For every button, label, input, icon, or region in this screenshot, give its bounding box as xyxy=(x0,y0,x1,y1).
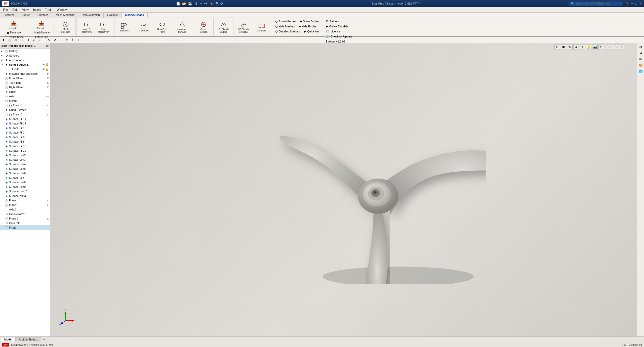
select-icon[interactable]: ↖ xyxy=(210,2,214,6)
redo-icon[interactable]: ↪ xyxy=(204,2,207,6)
qa-plus-icon[interactable]: + xyxy=(76,37,81,42)
tree-item-surface-loft2[interactable]: ▶ ◈ Surface-Loft2 xyxy=(0,153,50,157)
search-bar[interactable]: 🔍 xyxy=(569,2,623,6)
online-tutorials-button[interactable]: ▶ Online Tutorials xyxy=(325,24,353,29)
add-tab-icon[interactable]: + xyxy=(42,337,47,341)
tree-item-origin[interactable]: ▶ ✛ Origin — xyxy=(0,90,50,94)
tree-item-history[interactable]: ▶ 🕐 History xyxy=(0,49,50,53)
menu-edit[interactable]: Edit xyxy=(10,8,20,12)
automatic-surface-button[interactable]: Automatic Surface xyxy=(175,20,190,34)
tree-item-surface-knit3[interactable]: ▶ ◈ Surface-Knit3 xyxy=(0,194,50,198)
tree-item-sketch1[interactable]: ▶ □ (-) Sketch1 □ xyxy=(0,103,50,108)
expand-solid-bodies-icon[interactable]: ▼ xyxy=(1,63,4,66)
tab-motion-study1[interactable]: Motion Study 1 xyxy=(16,337,41,341)
fit-surface-button[interactable]: Fit Surface xyxy=(136,22,150,33)
menu-view[interactable]: View xyxy=(20,8,31,12)
viewport[interactable]: ⊙ ◼ 👁 ◈ ☀ 💡 📷 ✂ ⤢ ⤡ ✕ xyxy=(50,43,637,336)
minimize-btn[interactable]: − xyxy=(631,2,633,6)
plane-vis-icon[interactable]: □ xyxy=(47,199,49,202)
menu-tools[interactable]: Tools xyxy=(43,8,54,12)
settings-button[interactable]: ⚙ Settings xyxy=(325,19,353,24)
tree-item-surface-loft3[interactable]: ▶ ◈ Surface-Loft3 xyxy=(0,157,50,162)
tree-item-plane1b[interactable]: ▶ ⬜ Plane 1 □ xyxy=(0,216,50,221)
hide-bodies-button[interactable]: ■ Hide Bodies xyxy=(298,24,318,29)
qa-hex-icon[interactable]: ⬡ xyxy=(19,37,24,42)
vp-lighting-btn[interactable]: 💡 xyxy=(586,44,591,50)
tree-item-surface-loft9[interactable]: ▶ ◈ Surface-Loft9 xyxy=(0,185,50,189)
tree-item-surface-fill11[interactable]: ▶ ◈ Surface-Fill11 xyxy=(0,117,50,121)
open-file-icon[interactable]: 📂 xyxy=(182,2,186,6)
expand-sensors-icon[interactable]: ▶ xyxy=(1,54,4,57)
vp-expand-btn[interactable]: ⤢ xyxy=(607,44,612,50)
help-icon[interactable]: ❓ xyxy=(625,2,629,6)
3d-sketch-button[interactable]: 3D 3D Sketch on Scan xyxy=(236,20,251,34)
plane1b-vis-icon[interactable]: □ xyxy=(47,217,49,220)
vp-edit-appearance-btn[interactable]: ◈ xyxy=(573,44,579,50)
undo-icon[interactable]: ↩ xyxy=(199,2,202,6)
sidebar-expand-icon[interactable]: ⊞ xyxy=(46,44,49,48)
align-by-ref-button[interactable]: Align By Reference xyxy=(80,20,95,34)
tree-item-solid-bodies[interactable]: ▼ ■ Solid Bodies(1) 👁 🔒 xyxy=(0,62,50,67)
tree-item-surface-loft5[interactable]: ▶ ◈ Surface-Loft5 xyxy=(0,166,50,171)
top-plane-vis-icon[interactable]: □ xyxy=(47,81,49,84)
tab-surfaces[interactable]: Surfaces xyxy=(34,13,52,18)
tree-item-surface-fill6[interactable]: ▶ ◈ Surface-Fill6 xyxy=(0,135,50,139)
tree-item-surface-loft4[interactable]: ▶ ◈ Surface-Loft4 xyxy=(0,162,50,166)
tree-item-right-plane[interactable]: ▶ ⬜ Right Plane □ xyxy=(0,85,50,90)
vp-close-btn[interactable]: ✕ xyxy=(619,44,624,50)
qa-x-icon[interactable]: ✕ xyxy=(46,37,51,42)
tree-item-surface-fill1[interactable]: ▶ ◈ Surface-Fill1 xyxy=(0,126,50,130)
vp-scene-btn[interactable]: ☀ xyxy=(580,44,585,50)
qa-select-all-icon[interactable]: ⬜ xyxy=(7,37,12,42)
tree-item-surface-loft8[interactable]: ▶ ◈ Surface-Loft8 xyxy=(0,180,50,185)
tab-features[interactable]: Features xyxy=(0,13,18,18)
close-btn[interactable]: ✕ xyxy=(639,2,642,6)
tree-item-surface-loft7[interactable]: ▶ ◈ Surface-Loft7 xyxy=(0,176,50,180)
cross-section-button[interactable]: Cross-Section xyxy=(196,20,211,34)
tree-item-sketch2[interactable]: ▶ □ (-) Sketch2 □ xyxy=(0,112,50,117)
qa-grid-icon[interactable]: ⊞ xyxy=(13,37,18,42)
tree-item-front-plane[interactable]: ▶ ⬜ Front Plane □ xyxy=(0,76,50,80)
tab-evaluate[interactable]: Evaluate xyxy=(104,13,122,18)
vp-hide-show-btn[interactable]: 👁 xyxy=(567,44,573,50)
qa-rotate-icon[interactable]: ↺ xyxy=(52,37,57,42)
compare-button[interactable]: Compare xyxy=(256,22,268,33)
qa-arrow-icon[interactable]: → xyxy=(58,37,63,42)
vp-section-view-btn[interactable]: ✂ xyxy=(598,44,604,50)
sketch2-vis-icon[interactable]: □ xyxy=(47,113,49,116)
new-free-form-button[interactable]: New Free Form xyxy=(155,20,170,34)
tree-item-fillet1b[interactable]: ▶ ⌒ Fillet1 xyxy=(0,225,50,230)
zoom-icon[interactable]: 🔍 xyxy=(215,2,219,6)
align-interactive-button[interactable]: Align Interactively xyxy=(96,20,111,34)
qa-chevron-left-icon[interactable]: ‹ xyxy=(37,37,42,42)
menu-insert[interactable]: Insert xyxy=(31,8,43,12)
hide-meshes-button[interactable]: ⬡ Hide Meshes xyxy=(274,24,296,29)
right-plane-vis-icon[interactable]: □ xyxy=(47,86,49,89)
show-meshes-button[interactable]: ⬡ Show Meshes xyxy=(274,19,297,24)
tree-item-material[interactable]: ▶ ◈ Material <not specified> ▶ xyxy=(0,71,50,76)
tree-item-annotations[interactable]: ▶ A Annotations xyxy=(0,58,50,62)
qa-lasso-icon[interactable]: ◎ xyxy=(31,37,36,42)
tab-mesh-modeling[interactable]: Mesh Modeling xyxy=(52,13,78,18)
tab-data-migration[interactable]: Data Migration xyxy=(78,13,104,18)
tree-item-sensors[interactable]: ▶ ⊙ Sensors xyxy=(0,53,50,58)
new-file-icon[interactable]: 📄 xyxy=(176,2,180,6)
tree-item-axis2[interactable]: ▶ — Axis2 — xyxy=(0,207,50,212)
qa-circle-icon[interactable]: ⊙ xyxy=(25,37,30,42)
license-button[interactable]: 📋 License xyxy=(325,29,353,34)
menu-window[interactable]: Window xyxy=(55,8,70,12)
search-input[interactable] xyxy=(576,2,621,5)
tree-item-surface-fill12[interactable]: ▶ ◈ Surface-Fill12 xyxy=(0,121,50,126)
tree-item-surface-fill8[interactable]: ▶ ◈ Surface-Fill8 xyxy=(0,139,50,144)
decimate-button[interactable]: ◼ Decimate xyxy=(6,30,22,35)
tree-item-fillet1[interactable]: ▶ ⌒ Fillet1 👁 🔒 xyxy=(3,67,50,71)
vp-camera-btn[interactable]: 📷 xyxy=(592,44,598,50)
tree-item-surface-fill9[interactable]: ▶ ◈ Surface-Fill9 xyxy=(0,144,50,148)
menu-file[interactable]: File xyxy=(1,8,10,12)
fillet1-lock-icon[interactable]: 🔒 xyxy=(46,68,49,71)
tree-item-top-plane[interactable]: ▶ ⬜ Top Plane □ xyxy=(0,80,50,85)
tree-item-cut-revolve1[interactable]: ▶ ⊙ Cut-Revolve1 xyxy=(0,212,50,216)
front-plane-vis-icon[interactable]: □ xyxy=(47,77,49,80)
qa-filter-icon[interactable]: ▼ xyxy=(1,37,6,42)
tab-mesh2surface[interactable]: Mesh2Surface xyxy=(122,13,148,18)
